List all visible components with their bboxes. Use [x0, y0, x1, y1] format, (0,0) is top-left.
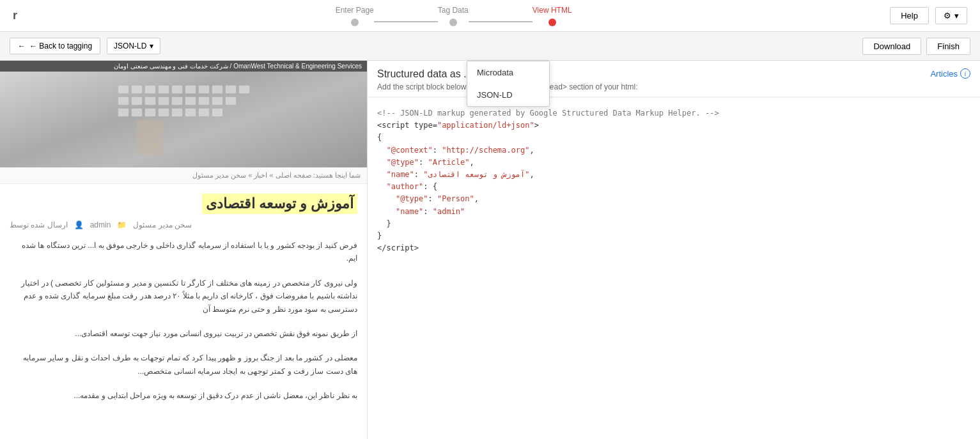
- step-tag-data-dot: [449, 19, 457, 26]
- settings-button[interactable]: ⚙ ▾: [935, 7, 967, 24]
- breadcrumb: شما اینجا هستید: صفحه اصلی » اخبار » سخن…: [0, 167, 367, 184]
- page-header-bar: OmanWest Technical & Engineering Service…: [0, 61, 367, 72]
- article-paragraph-3: از طریق نمونه فوق نقش تخصص در تربیت نیرو…: [10, 327, 357, 340]
- step-enter-page-dot: [351, 19, 359, 26]
- top-navigation: r Enter Page Tag Data View HTML Help ⚙ ▾: [0, 0, 980, 32]
- step-view-html-dot: [548, 19, 556, 26]
- folder-icon: 📁: [117, 220, 127, 229]
- step-view-html[interactable]: View HTML: [533, 6, 572, 26]
- article-paragraph-4: معضلی در کشور ما بعد از جنگ بروز و ظهور …: [10, 351, 357, 378]
- article-meta-label: ارسال شده توسط: [10, 220, 68, 229]
- code-content: <!-- JSON-LD markup generated by Google …: [377, 107, 970, 254]
- step-tag-data-label: Tag Data: [438, 6, 469, 15]
- back-to-tagging-button[interactable]: ← ← Back to tagging: [10, 38, 100, 54]
- step-view-html-label: View HTML: [533, 6, 572, 15]
- webpage-preview-panel: OmanWest Technical & Engineering Service…: [0, 61, 368, 439]
- finish-button[interactable]: Finish: [926, 38, 970, 55]
- chevron-down-icon: ▾: [954, 11, 959, 20]
- jsonld-label: JSON-LD: [114, 42, 146, 50]
- articles-link-text: Articles: [930, 69, 958, 79]
- article-content: آموزش و توسعه اقتصادی سخن مدیر مسئول 📁 a…: [0, 184, 367, 412]
- jsonld-dropdown[interactable]: JSON-LD ▾: [107, 38, 160, 54]
- gear-icon: ⚙: [944, 11, 951, 20]
- back-to-tagging-label: ← Back to tagging: [29, 42, 92, 50]
- step-connector-2: [469, 21, 533, 22]
- article-author: admin: [90, 220, 111, 229]
- arrow-left-icon: ←: [18, 42, 26, 50]
- second-toolbar: ← ← Back to tagging JSON-LD ▾ Download F…: [0, 32, 980, 61]
- code-output-area: <!-- JSON-LD markup generated by Google …: [368, 97, 980, 439]
- download-button[interactable]: Download: [862, 38, 921, 55]
- step-enter-page[interactable]: Enter Page: [336, 6, 374, 26]
- format-dropdown-menu: Microdata JSON-LD: [467, 61, 550, 107]
- article-paragraph-5: به نظر ناظر این، معضل ناشی از عدم درک دق…: [10, 389, 357, 402]
- dropdown-microdata-option[interactable]: Microdata: [467, 61, 549, 84]
- info-icon: i: [960, 68, 970, 79]
- article-meta: سخن مدیر مسئول 📁 admin 👤 ارسال شده توسط: [10, 220, 357, 229]
- step-connector-1: [374, 21, 438, 22]
- dropdown-jsonld-option[interactable]: JSON-LD: [467, 84, 549, 106]
- code-panel-header: Structured data as ... Add the script bl…: [368, 61, 980, 97]
- second-bar-left: ← ← Back to tagging JSON-LD ▾: [10, 38, 160, 54]
- steps-progress: Enter Page Tag Data View HTML: [336, 6, 572, 26]
- structured-data-title-text: Structured data as: [377, 68, 461, 79]
- code-output-panel: Structured data as ... Add the script bl…: [368, 61, 980, 439]
- step-tag-data[interactable]: Tag Data: [438, 6, 469, 26]
- article-category: سخن مدیر مسئول: [133, 220, 192, 229]
- hero-image: [0, 72, 367, 167]
- article-paragraph-2: ولی نیروی کار متخصص در زمینه های مختلف ا…: [10, 277, 357, 316]
- dropdown-arrow-icon: ▾: [150, 42, 153, 50]
- app-logo: r: [13, 9, 17, 22]
- second-bar-right: Download Finish: [862, 38, 970, 55]
- articles-link[interactable]: Articles i: [930, 68, 970, 79]
- page-header-text: OmanWest Technical & Engineering Service…: [114, 63, 362, 70]
- step-enter-page-label: Enter Page: [336, 6, 374, 15]
- article-title: آموزش و توسعه اقتصادی: [202, 194, 357, 214]
- main-content: OmanWest Technical & Engineering Service…: [0, 61, 980, 439]
- article-paragraph-1: فرض کنید از بودجه کشور و یا با استفاده ا…: [10, 239, 357, 265]
- user-icon: 👤: [74, 220, 84, 229]
- help-button[interactable]: Help: [890, 7, 929, 24]
- top-nav-actions: Help ⚙ ▾: [890, 7, 967, 24]
